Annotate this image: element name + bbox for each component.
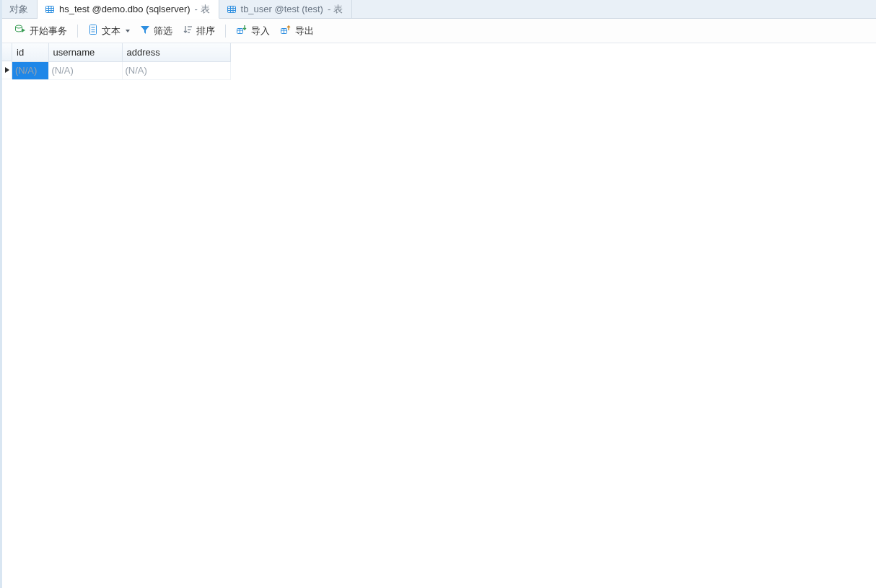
toolbar-label: 导入 bbox=[251, 25, 270, 38]
tabs-bar: 对象 hs_test @demo.dbo (sqlserver) - 表 bbox=[2, 0, 876, 19]
svg-point-10 bbox=[16, 25, 22, 28]
play-db-icon bbox=[14, 24, 26, 38]
text-mode-button[interactable]: 文本 bbox=[83, 21, 135, 40]
document-icon bbox=[88, 24, 98, 38]
column-header-id[interactable]: id bbox=[12, 43, 48, 61]
sort-button[interactable]: 排序 bbox=[178, 22, 220, 40]
toolbar-separator bbox=[225, 25, 226, 38]
tab-tb-user[interactable]: tb_user @test (test) - 表 bbox=[219, 0, 352, 18]
toolbar: 开始事务 文本 筛选 bbox=[2, 19, 876, 43]
tab-label: 对象 bbox=[9, 3, 28, 16]
column-header-username[interactable]: username bbox=[48, 43, 122, 61]
toolbar-label: 排序 bbox=[196, 25, 215, 38]
sort-icon bbox=[183, 25, 193, 37]
toolbar-label: 筛选 bbox=[154, 25, 172, 38]
cell-id[interactable]: (N/A) bbox=[12, 61, 48, 79]
data-grid: id username address (N/A) (N/A) (N/A) bbox=[12, 43, 231, 80]
tab-label: tb_user @test (test) bbox=[241, 4, 323, 14]
tab-hs-test[interactable]: hs_test @demo.dbo (sqlserver) - 表 bbox=[38, 0, 219, 19]
tab-suffix: - 表 bbox=[195, 3, 210, 16]
toolbar-label: 导出 bbox=[295, 25, 314, 38]
table-icon bbox=[227, 4, 237, 14]
tab-objects[interactable]: 对象 bbox=[2, 0, 38, 18]
grid-header-row: id username address bbox=[12, 43, 230, 61]
export-icon bbox=[280, 25, 292, 37]
toolbar-separator bbox=[77, 25, 78, 38]
chevron-down-icon bbox=[126, 30, 130, 32]
svg-rect-5 bbox=[227, 6, 235, 12]
tab-suffix: - 表 bbox=[328, 3, 343, 16]
column-header-address[interactable]: address bbox=[122, 43, 230, 61]
funnel-icon bbox=[140, 25, 150, 37]
table-row[interactable]: (N/A) (N/A) (N/A) bbox=[12, 61, 230, 79]
import-icon bbox=[236, 25, 248, 37]
svg-marker-11 bbox=[22, 28, 25, 32]
svg-marker-16 bbox=[141, 26, 149, 34]
toolbar-label: 开始事务 bbox=[30, 25, 67, 38]
svg-rect-0 bbox=[46, 6, 54, 12]
cell-username[interactable]: (N/A) bbox=[48, 61, 122, 79]
begin-transaction-button[interactable]: 开始事务 bbox=[9, 21, 72, 40]
import-button[interactable]: 导入 bbox=[231, 22, 275, 40]
row-indicator[interactable] bbox=[2, 61, 12, 79]
table-icon bbox=[45, 4, 55, 14]
current-row-icon bbox=[5, 67, 9, 73]
cell-address[interactable]: (N/A) bbox=[122, 61, 230, 79]
tab-label: hs_test @demo.dbo (sqlserver) bbox=[59, 4, 190, 14]
row-gutter bbox=[2, 43, 12, 79]
filter-button[interactable]: 筛选 bbox=[135, 22, 178, 40]
gutter-corner[interactable] bbox=[2, 43, 12, 61]
toolbar-label: 文本 bbox=[102, 25, 121, 38]
data-grid-wrap: id username address (N/A) (N/A) (N/A) bbox=[2, 43, 876, 80]
export-button[interactable]: 导出 bbox=[275, 22, 319, 40]
